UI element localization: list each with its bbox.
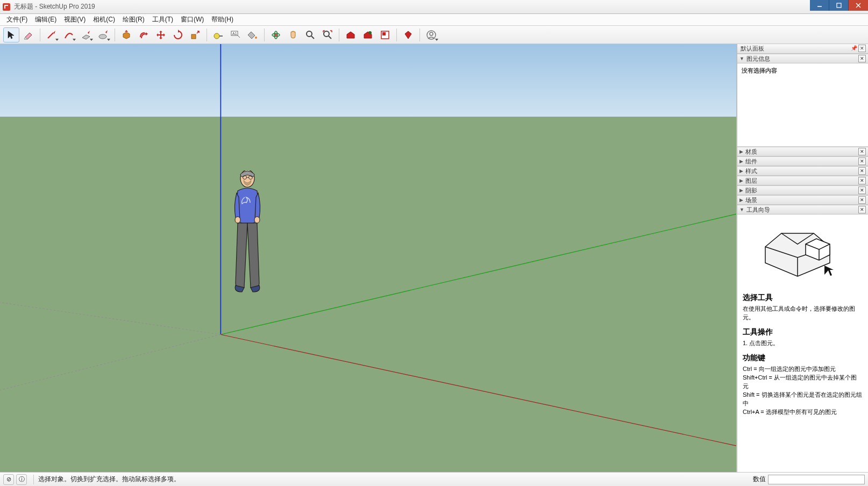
instructor-fn-line: Ctrl+A = 选择模型中所有可见的图元 xyxy=(743,408,863,417)
zoom-extents-tool[interactable] xyxy=(319,27,336,42)
orbit-tool[interactable] xyxy=(268,27,284,42)
instructor-op-line: 1. 点击图元。 xyxy=(743,339,863,348)
svg-line-12 xyxy=(238,35,240,38)
menu-view[interactable]: 视图(V) xyxy=(61,14,89,25)
panel-close-button[interactable]: ✕ xyxy=(858,55,866,62)
ext-warehouse-tool[interactable] xyxy=(360,27,376,42)
arc-tool[interactable] xyxy=(61,27,77,42)
panel-layers-header[interactable]: ▶图层✕ xyxy=(737,176,868,185)
eraser-tool[interactable] xyxy=(20,27,37,42)
pushpull-tool[interactable] xyxy=(118,27,134,42)
entity-info-message: 没有选择内容 xyxy=(742,67,777,74)
panel-materials-header[interactable]: ▶材质✕ xyxy=(737,147,868,156)
panel-scenes-header[interactable]: ▶场景✕ xyxy=(737,195,868,205)
panel-entity-info-label: 图元信息 xyxy=(746,55,770,63)
panel-instructor-header[interactable]: ▼工具向导✕ xyxy=(737,205,868,215)
default-tray: 默认面板 📌 ✕ ▼ 图元信息 ✕ 没有选择内容 ▶材质✕ ▶组件✕ ▶样式✕ … xyxy=(737,44,868,472)
svg-point-19 xyxy=(324,31,329,37)
select-tool[interactable] xyxy=(3,27,19,42)
toolbar-separator xyxy=(339,28,339,41)
panel-shadows-label: 阴影 xyxy=(745,187,757,195)
window-controls xyxy=(810,0,868,11)
app-icon xyxy=(2,3,11,11)
panel-styles-header[interactable]: ▶样式✕ xyxy=(737,166,868,176)
viewport[interactable] xyxy=(0,44,737,472)
svg-point-30 xyxy=(235,217,240,223)
scale-tool[interactable] xyxy=(187,27,203,42)
svg-point-8 xyxy=(214,33,219,39)
menu-edit[interactable]: 编辑(E) xyxy=(32,14,60,25)
circle-tool[interactable] xyxy=(95,27,111,42)
panel-close-button[interactable]: ✕ xyxy=(858,206,866,213)
status-separator xyxy=(33,475,34,484)
collapse-arrow-icon: ▼ xyxy=(739,56,744,61)
svg-rect-2 xyxy=(837,3,841,8)
panel-instructor-body: 选择工具 在使用其他工具或命令时，选择要修改的图元。 工具操作 1. 点击图元。… xyxy=(737,215,868,472)
line-tool[interactable] xyxy=(44,27,60,42)
ruby-tool[interactable] xyxy=(400,27,416,42)
panel-close-button[interactable]: ✕ xyxy=(858,167,866,175)
toolbar-separator xyxy=(207,28,207,41)
instructor-fn-line: Shift = 切换选择某个图元是否在选定的图元组中 xyxy=(743,391,863,408)
expand-arrow-icon: ▶ xyxy=(739,159,743,164)
instructor-fn-line: Shift+Ctrl = 从一组选定的图元中去掉某个图元 xyxy=(743,374,863,391)
svg-line-20 xyxy=(329,36,331,39)
neg-red-axis xyxy=(0,334,220,390)
panel-close-button[interactable]: ✕ xyxy=(858,148,866,155)
instructor-fn-line: Ctrl = 向一组选定的图元中添加图元 xyxy=(743,365,863,374)
offset-tool[interactable] xyxy=(136,27,152,42)
paint-bucket-tool[interactable] xyxy=(245,27,261,42)
toolbar-separator xyxy=(419,28,420,41)
svg-rect-7 xyxy=(191,34,196,39)
move-tool[interactable] xyxy=(153,27,169,42)
layout-tool[interactable] xyxy=(377,27,393,42)
geolocation-icon[interactable]: ⊘ xyxy=(3,474,14,485)
user-tool[interactable] xyxy=(423,27,439,42)
warehouse-tool[interactable] xyxy=(343,27,359,42)
close-button[interactable] xyxy=(849,0,868,11)
tray-title-bar[interactable]: 默认面板 📌 ✕ xyxy=(737,44,868,54)
panel-close-button[interactable]: ✕ xyxy=(858,187,866,194)
menu-tools[interactable]: 工具(T) xyxy=(149,14,176,25)
menu-file[interactable]: 文件(F) xyxy=(3,14,31,25)
pin-icon[interactable]: 📌 xyxy=(851,45,857,51)
svg-line-5 xyxy=(48,33,53,38)
menu-window[interactable]: 窗口(W) xyxy=(177,14,207,25)
title-bar: 无标题 - SketchUp Pro 2019 xyxy=(0,0,868,14)
rectangle-tool[interactable] xyxy=(78,27,94,42)
scale-figure[interactable] xyxy=(226,170,274,305)
panel-shadows-header[interactable]: ▶阴影✕ xyxy=(737,185,868,195)
panel-entity-info-body: 没有选择内容 xyxy=(737,63,868,147)
toolbar-separator xyxy=(40,28,40,41)
svg-text:A1: A1 xyxy=(232,32,237,35)
minimize-button[interactable] xyxy=(810,0,829,11)
panel-components-header[interactable]: ▶组件✕ xyxy=(737,156,868,166)
svg-line-18 xyxy=(311,36,314,39)
panel-layers-label: 图层 xyxy=(745,177,757,185)
measurements-input[interactable] xyxy=(768,475,865,484)
zoom-tool[interactable] xyxy=(302,27,318,42)
panel-close-button[interactable]: ✕ xyxy=(858,177,866,184)
pan-tool[interactable] xyxy=(285,27,301,42)
credits-icon[interactable]: ⓘ xyxy=(16,474,27,485)
svg-point-21 xyxy=(368,31,372,34)
tray-close-button[interactable]: ✕ xyxy=(858,45,866,52)
text-tool[interactable]: A1 xyxy=(227,27,244,42)
svg-point-16 xyxy=(275,34,277,36)
neg-green-axis xyxy=(0,302,220,334)
menu-draw[interactable]: 绘图(R) xyxy=(119,14,148,25)
tray-title-label: 默认面板 xyxy=(741,45,764,53)
menu-help[interactable]: 帮助(H) xyxy=(208,14,237,25)
panel-close-button[interactable]: ✕ xyxy=(858,158,866,165)
rotate-tool[interactable] xyxy=(170,27,186,42)
menu-camera[interactable]: 相机(C) xyxy=(90,14,118,25)
tape-measure-tool[interactable] xyxy=(210,27,226,42)
main-toolbar: A1 xyxy=(0,26,868,44)
instructor-heading: 选择工具 xyxy=(743,293,863,303)
panel-close-button[interactable]: ✕ xyxy=(858,196,866,204)
svg-point-17 xyxy=(307,31,312,37)
expand-arrow-icon: ▶ xyxy=(739,149,743,154)
panel-entity-info-header[interactable]: ▼ 图元信息 ✕ xyxy=(737,54,868,63)
red-axis xyxy=(220,334,736,446)
maximize-button[interactable] xyxy=(829,0,849,11)
